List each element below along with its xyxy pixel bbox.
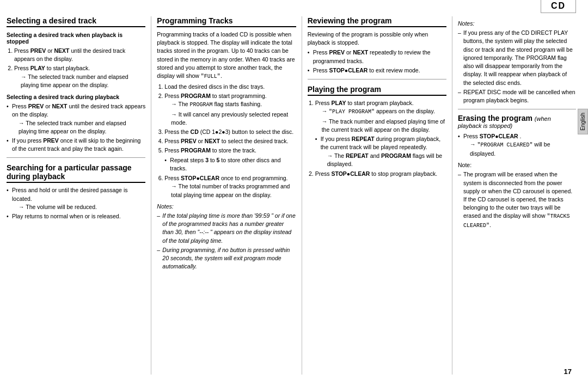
col2-step4: Press PREV or NEXT to select the desired… (164, 137, 296, 145)
col2-note1: If the total playing time is more than '… (157, 212, 296, 245)
sec1-step1: Press PREV or NEXT until the desired tra… (14, 47, 145, 63)
divider-1 (7, 157, 145, 158)
page: CD English 17 Selecting a desired track … (0, 0, 588, 380)
sec2-b1: Press and hold or until the desired pass… (7, 186, 145, 211)
col2-steps: Load the desired discs in the disc trays… (164, 83, 296, 199)
page-number: 17 (564, 367, 572, 376)
sec1-b2: If you press PREV once it will skip to t… (7, 137, 145, 153)
col4-note1: If you press any of the CD DIRECT PLAY b… (458, 29, 576, 87)
english-tab: English (578, 109, 588, 134)
sec1-sub1: Selecting a desired track when playback … (7, 32, 145, 45)
sec1-title: Selecting a desired track (7, 16, 145, 27)
col2-sec1-title: Programming Tracks (157, 16, 296, 27)
col2-intro: Programming tracks of a loaded CD is pos… (157, 30, 296, 81)
col2-step6: Press STOP●CLEAR once to end programming… (164, 174, 296, 199)
sec2-bullets: Press and hold or until the desired pass… (7, 186, 145, 220)
col4-sec2: Erasing the program (when playback is st… (458, 114, 576, 129)
col2-note2: During programming, if no button is pres… (157, 246, 296, 271)
col2-step3: Press the CD (CD 1●2●3) button to select… (164, 128, 296, 136)
col4-b1: Press STOP●CLEAR . "PROGRAM CLEARED" wil… (458, 132, 576, 158)
column-1: Selecting a desired track Selecting a de… (7, 16, 151, 375)
sec2-b2: Play returns to normal when or is releas… (7, 212, 145, 220)
col3-sec2-title: Playing the program (308, 85, 446, 96)
col2-step1: Load the desired discs in the disc trays… (164, 83, 296, 91)
col3-b2: Press STOP●CLEAR to exit review mode. (308, 66, 446, 75)
sec1-b1: Press PREV or NEXT until the desired tra… (7, 102, 145, 136)
col3-bullets: Press PREV or NEXT repeatedly to review … (308, 48, 446, 75)
sec1-step2: Press PLAY to start playback. The select… (14, 64, 145, 89)
col4-note3-label: Note: (458, 161, 576, 169)
col4-divider (458, 109, 576, 109)
col3-b1: Press PREV or NEXT repeatedly to review … (308, 48, 446, 65)
col3-sec1-title: Reviewing the program (308, 16, 446, 27)
col2-notes-label: Notes: (157, 203, 296, 211)
col4-sec2-title: Erasing the program (458, 114, 535, 122)
column-3: Reviewing the program Reviewing of the p… (302, 16, 452, 375)
sec2-title: Searching for a particular passage durin… (7, 163, 145, 183)
column-2: Programming Tracks Programming tracks of… (151, 16, 302, 375)
sec1-bullets: Press PREV or NEXT until the desired tra… (7, 102, 145, 153)
col2-step5: Press PROGRAM to store the track. Repeat… (164, 146, 296, 173)
col3-steps: Press PLAY to start program playback. "P… (315, 99, 446, 178)
col4-note3: The program will be erased when the syst… (458, 170, 576, 230)
cd-tab: CD (541, 0, 576, 13)
col4-notes-label: Notes: (458, 20, 576, 28)
column-4: Notes: If you press any of the CD DIRECT… (452, 16, 581, 375)
content-area: Selecting a desired track Selecting a de… (7, 16, 581, 375)
col3-intro: Reviewing of the program is possible onl… (308, 30, 446, 47)
col2-step2: Press PROGRAM to start programming. The … (164, 92, 296, 127)
col4-note2: REPEAT DISC mode will be cancelled when … (458, 88, 576, 105)
sec1-sub2: Selecting a desired track during playbac… (7, 94, 145, 100)
sec1-steps: Press PREV or NEXT until the desired tra… (14, 47, 145, 89)
col4-erase-bullets: Press STOP●CLEAR . "PROGRAM CLEARED" wil… (458, 132, 576, 158)
col3-divider (308, 79, 446, 79)
col3-step2: Press STOP●CLEAR to stop program playbac… (315, 170, 446, 178)
col3-step1: Press PLAY to start program playback. "P… (315, 99, 446, 168)
